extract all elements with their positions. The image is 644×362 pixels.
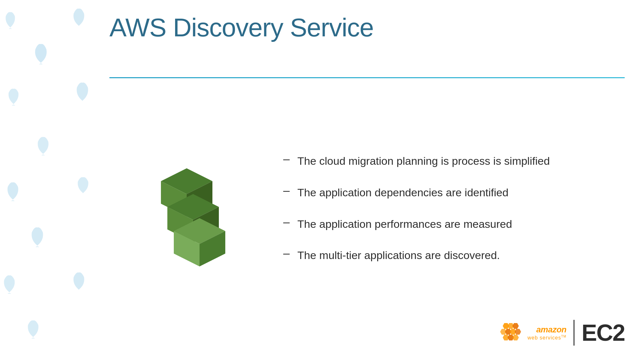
svg-marker-54	[512, 335, 519, 340]
svg-line-20	[13, 189, 17, 193]
aws-ec2-logo: amazon web servicesTM EC2	[498, 320, 625, 346]
svg-line-31	[75, 279, 79, 283]
aws-service-icon-area	[109, 155, 264, 271]
bullet-dash-4: –	[283, 246, 290, 260]
bullet-text-2: The application dependencies are identif…	[297, 185, 509, 200]
svg-line-28	[5, 282, 9, 285]
svg-line-16	[39, 144, 43, 147]
svg-line-5	[79, 15, 83, 19]
leaf-icon	[76, 175, 90, 195]
bullet-item-1: – The cloud migration planning is proces…	[283, 153, 625, 169]
bullet-item-2: – The application dependencies are ident…	[283, 185, 625, 200]
leaf-icon	[29, 225, 46, 247]
svg-line-23	[83, 183, 87, 187]
svg-line-13	[78, 89, 82, 93]
bullet-text-3: The application performances are measure…	[297, 217, 512, 232]
svg-line-22	[79, 183, 83, 187]
logo-vertical-divider	[574, 320, 574, 346]
leaf-icon	[35, 135, 51, 155]
bullet-text-1: The cloud migration planning is process …	[297, 153, 550, 169]
aws-honeycomb-icon	[498, 321, 524, 344]
bullet-item-3: – The application performances are measu…	[283, 217, 625, 232]
leaf-icon	[26, 319, 41, 339]
svg-line-25	[33, 235, 37, 238]
aws-dynamodb-icon	[135, 162, 238, 271]
svg-line-8	[41, 51, 45, 55]
leaf-icon	[5, 180, 21, 201]
leaf-icon	[74, 80, 91, 102]
svg-line-17	[43, 144, 47, 147]
leaf-icon	[32, 42, 50, 64]
content-area: – The cloud migration planning is proces…	[109, 90, 625, 336]
divider-line	[109, 77, 625, 78]
svg-line-1	[7, 18, 10, 21]
svg-line-34	[29, 327, 33, 330]
svg-line-26	[37, 235, 42, 238]
svg-marker-51	[515, 329, 521, 335]
svg-line-19	[9, 189, 13, 193]
svg-marker-47	[512, 323, 519, 329]
leaf-icon	[3, 10, 18, 29]
amazon-webservices-text-area: amazon web servicesTM	[527, 325, 566, 341]
slide-container: AWS Discovery Service	[0, 0, 644, 362]
leaf-icon	[71, 6, 87, 27]
svg-line-7	[37, 51, 41, 55]
leaf-icon	[71, 270, 87, 291]
svg-line-35	[33, 327, 37, 330]
svg-line-11	[14, 94, 17, 97]
leaf-icon	[2, 274, 17, 294]
svg-line-14	[82, 89, 87, 93]
leaf-icon	[6, 87, 21, 106]
ec2-label: EC2	[582, 320, 625, 346]
bullet-dash-1: –	[283, 152, 290, 166]
bullet-item-4: – The multi-tier applications are discov…	[283, 248, 625, 263]
amazon-label: amazon	[536, 325, 566, 335]
svg-line-10	[10, 94, 14, 97]
svg-line-4	[75, 15, 79, 19]
slide-title: AWS Discovery Service	[109, 13, 625, 42]
bullet-text-4: The multi-tier applications are discover…	[297, 248, 500, 263]
leaf-pattern	[0, 0, 109, 362]
bullets-area: – The cloud migration planning is proces…	[264, 147, 625, 279]
svg-line-2	[10, 18, 14, 21]
webservices-label: web servicesTM	[527, 335, 566, 341]
bullet-dash-2: –	[283, 184, 290, 197]
bullet-dash-3: –	[283, 215, 290, 229]
title-area: AWS Discovery Service	[109, 13, 625, 42]
svg-line-29	[9, 282, 13, 285]
svg-line-32	[79, 279, 83, 283]
